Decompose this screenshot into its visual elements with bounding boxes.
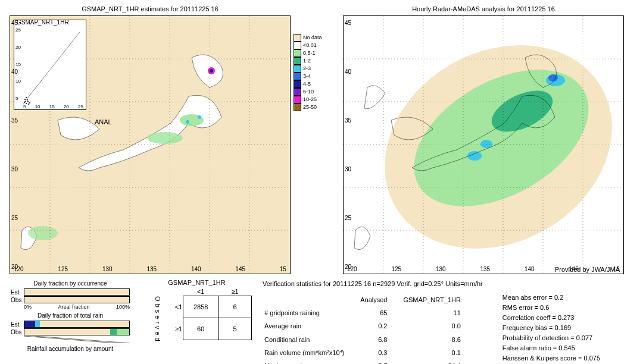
svg-point-25 [27, 101, 29, 102]
stat-row: Conditional rain6.88.6 [264, 334, 475, 346]
legend-4-5: 4-5 [294, 80, 326, 88]
verification-stats: Verification statistics for 20111225 16 … [263, 279, 643, 364]
stats-title: Verification statistics for 20111225 16 … [263, 279, 643, 289]
legend-2-3: 2-3 [294, 65, 326, 73]
stat-row: # gridpoints raining6511 [264, 307, 475, 319]
color-legend: No data<0.010.5-11-22-33-44-55-1010-2525… [294, 34, 326, 111]
right-map-title: Hourly Radar-AMeDAS analysis for 2011122… [344, 5, 623, 12]
legend-25-50: 25-50 [294, 103, 326, 111]
legend-<0.01: <0.01 [294, 42, 326, 49]
svg-line-48 [35, 336, 130, 343]
metric: Hanssen & Kuipers score = 0.075 [502, 353, 600, 363]
metric: Correlation coeff = 0.273 [502, 313, 600, 323]
svg-point-33 [548, 74, 558, 81]
svg-point-22 [27, 99, 28, 101]
svg-point-3 [147, 132, 183, 144]
gsmap-estimate-map: GSMAP_NRT_1HR estimates for 20111225 16 … [10, 15, 291, 274]
svg-point-5 [186, 120, 189, 124]
svg-point-1 [210, 69, 213, 73]
bars-h1: Daily fraction by occurrence [11, 280, 130, 287]
svg-point-4 [198, 115, 201, 119]
metric: Mean abs error = 0.2 [502, 293, 600, 303]
legend-5-10: 5-10 [294, 88, 326, 96]
metric: False alarm ratio = 0.545 [502, 343, 600, 353]
bars-h3: Rainfall accumulation by amount [11, 346, 130, 352]
svg-point-24 [24, 99, 26, 100]
anal-label: ANAL [95, 118, 112, 125]
metric: RMS error = 0.6 [502, 303, 600, 313]
legend-0.5-1: 0.5-1 [294, 49, 326, 57]
svg-line-18 [23, 32, 80, 103]
ct-b: 6 [219, 296, 252, 318]
svg-point-19 [24, 102, 25, 103]
ct-d: 5 [219, 318, 252, 340]
coastline-right [344, 16, 623, 274]
radar-amedas-map: Hourly Radar-AMeDAS analysis for 2011122… [343, 15, 624, 274]
svg-point-6 [28, 226, 58, 240]
score-list: Mean abs error = 0.2RMS error = 0.6Corre… [502, 293, 600, 364]
inset-title: GSMAP_NRT_1HR [17, 20, 69, 26]
scatter-inset: GSMAP_NRT_1HR 510152025 510152025 [14, 20, 86, 110]
svg-point-35 [480, 140, 492, 148]
contingency-table: GSMAP_NRT_1HR <1≥1 Observed<128586 ≥1605 [142, 279, 252, 364]
left-map-title: GSMAP_NRT_1HR estimates for 20111225 16 [10, 5, 290, 12]
legend-No data: No data [294, 34, 326, 42]
ct-a: 2858 [183, 296, 219, 318]
svg-point-20 [25, 101, 26, 102]
stat-row: Rain volume (mm*km²x10⁴)0.30.1 [264, 347, 475, 359]
bars-h2: Daily fraction of total rain [11, 312, 130, 319]
stats-table: AnalysedGSMAP_NRT_1HR # gridpoints raini… [263, 293, 476, 364]
fraction-bars: Daily fraction by occurrence Est Obs 0%A… [11, 279, 130, 364]
legend-3-4: 3-4 [294, 73, 326, 80]
svg-line-47 [24, 336, 116, 343]
ct-c: 60 [183, 318, 219, 340]
stat-row: Average rain0.20.0 [264, 321, 475, 332]
metric: Probability of detection = 0.077 [502, 333, 600, 343]
legend-10-25: 10-25 [294, 96, 326, 103]
stat-row: Maximum rain3.724.4 [264, 360, 475, 364]
legend-1-2: 1-2 [294, 57, 326, 65]
svg-point-26 [29, 102, 30, 103]
svg-point-27 [26, 97, 27, 98]
metric: Frequency bias = 0.169 [502, 323, 600, 333]
